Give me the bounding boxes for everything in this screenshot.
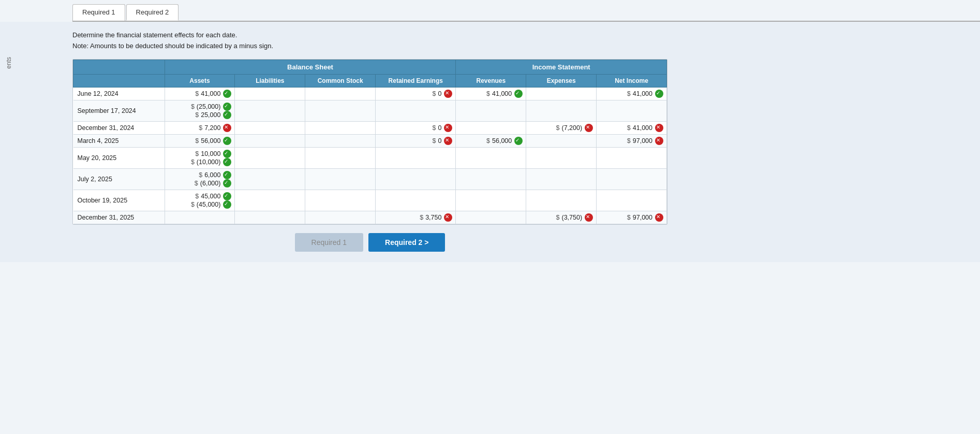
financial-table-container: Balance Sheet Income Statement Assets Li…: [72, 59, 667, 225]
value-cell: [597, 100, 667, 121]
table-row: December 31, 2024$7,200$0$(7,200)$41,000: [73, 121, 667, 134]
dollar-sign: $: [627, 90, 631, 97]
sub-col-liabilities: Liabilities: [235, 74, 305, 87]
dollar-sign: $: [195, 180, 198, 187]
value-cell: [456, 190, 526, 211]
amount-value: 56,000: [492, 137, 512, 144]
dollar-sign: $: [627, 124, 631, 132]
value-cell: [305, 168, 376, 190]
col-header-income-statement: Income Statement: [456, 60, 667, 74]
value-cell: $0: [376, 121, 456, 134]
table-row: June 12, 2024$41,000$0$41,000$41,000: [73, 87, 667, 100]
value-cell: [526, 100, 597, 121]
value-cell: $56,000: [165, 134, 235, 147]
value-cell: [456, 168, 526, 190]
next-button[interactable]: Required 2 >: [368, 233, 445, 252]
dollar-sign: $: [191, 103, 195, 110]
date-cell: October 19, 2025: [73, 190, 165, 211]
table-row: July 2, 2025$6,000$(6,000): [73, 168, 667, 190]
value-cell: [376, 100, 456, 121]
dollar-sign: $: [433, 90, 436, 97]
sidebar-label: ents: [5, 57, 12, 69]
value-cell: $7,200: [165, 121, 235, 134]
value-cell: [305, 190, 376, 211]
content-area: Determine the financial statement effect…: [0, 22, 980, 262]
x-icon: [444, 124, 452, 132]
value-cell: $0: [376, 87, 456, 100]
instruction-line1: Determine the financial statement effect…: [72, 30, 970, 41]
tabs-bar: Required 1 Required 2: [72, 0, 980, 22]
col-header-empty: [73, 60, 165, 74]
value-cell: [235, 134, 305, 147]
page-wrapper: ents Required 1 Required 2 Determine the…: [0, 0, 980, 434]
value-cell: [305, 121, 376, 134]
value-cell: $56,000: [456, 134, 526, 147]
instruction-line2: Note: Amounts to be deducted should be i…: [72, 41, 970, 52]
dollar-sign: $: [195, 150, 199, 157]
dollar-sign: $: [199, 171, 202, 179]
value-cell: [526, 147, 597, 168]
amount-value: (6,000): [200, 180, 221, 187]
date-cell: December 31, 2024: [73, 121, 165, 134]
dollar-sign: $: [195, 137, 199, 144]
date-cell: May 20, 2025: [73, 147, 165, 168]
value-cell: [376, 190, 456, 211]
amount-value: 7,200: [204, 124, 220, 132]
financial-table: Balance Sheet Income Statement Assets Li…: [73, 60, 667, 224]
amount-value: (25,000): [197, 103, 221, 110]
value-cell: $41,000: [597, 87, 667, 100]
table-row: September 17, 2024$(25,000)$25,000: [73, 100, 667, 121]
date-cell: September 17, 2024: [73, 100, 165, 121]
x-icon: [223, 124, 231, 132]
prev-button[interactable]: Required 1: [295, 233, 364, 252]
amount-value: 45,000: [201, 193, 220, 200]
value-cell: [526, 134, 597, 147]
value-cell: [235, 211, 305, 224]
value-cell: [235, 190, 305, 211]
amount-value: 97,000: [633, 214, 652, 221]
dollar-sign: $: [191, 201, 195, 208]
check-icon: [223, 158, 231, 166]
dollar-sign: $: [433, 137, 436, 144]
instructions: Determine the financial statement effect…: [72, 30, 970, 52]
dollar-sign: $: [556, 214, 560, 221]
value-cell: [456, 121, 526, 134]
sub-col-revenues: Revenues: [456, 74, 526, 87]
check-icon: [223, 137, 231, 145]
check-icon: [223, 90, 231, 98]
tab-required-2[interactable]: Required 2: [126, 4, 179, 21]
value-cell: [526, 168, 597, 190]
tab-required-1[interactable]: Required 1: [72, 4, 125, 21]
value-cell: [235, 168, 305, 190]
table-row: March 4, 2025$56,000$0$56,000$97,000: [73, 134, 667, 147]
amount-value: 41,000: [633, 90, 652, 97]
dollar-sign: $: [627, 214, 631, 221]
check-icon: [223, 192, 231, 200]
value-cell: $45,000$(45,000): [165, 190, 235, 211]
sub-col-expenses: Expenses: [526, 74, 597, 87]
header-group-row: Balance Sheet Income Statement: [73, 60, 667, 74]
dollar-sign: $: [433, 124, 436, 132]
x-icon: [655, 137, 663, 145]
sub-header-row: Assets Liabilities Common Stock Retained…: [73, 74, 667, 87]
value-cell: $3,750: [376, 211, 456, 224]
value-cell: [456, 147, 526, 168]
table-row: December 31, 2025$3,750$(3,750)$97,000: [73, 211, 667, 224]
dollar-sign: $: [627, 137, 631, 144]
col-header-balance-sheet: Balance Sheet: [165, 60, 456, 74]
value-cell: [235, 100, 305, 121]
x-icon: [655, 124, 663, 132]
value-cell: $0: [376, 134, 456, 147]
amount-value: 10,000: [201, 150, 220, 157]
value-cell: [165, 211, 235, 224]
dollar-sign: $: [195, 90, 199, 97]
check-icon: [223, 103, 231, 111]
amount-value: 56,000: [201, 137, 220, 144]
x-icon: [585, 213, 593, 222]
date-cell: March 4, 2025: [73, 134, 165, 147]
value-cell: [597, 147, 667, 168]
value-cell: $97,000: [597, 211, 667, 224]
value-cell: [456, 100, 526, 121]
amount-value: 25,000: [201, 111, 220, 119]
x-icon: [585, 124, 593, 132]
